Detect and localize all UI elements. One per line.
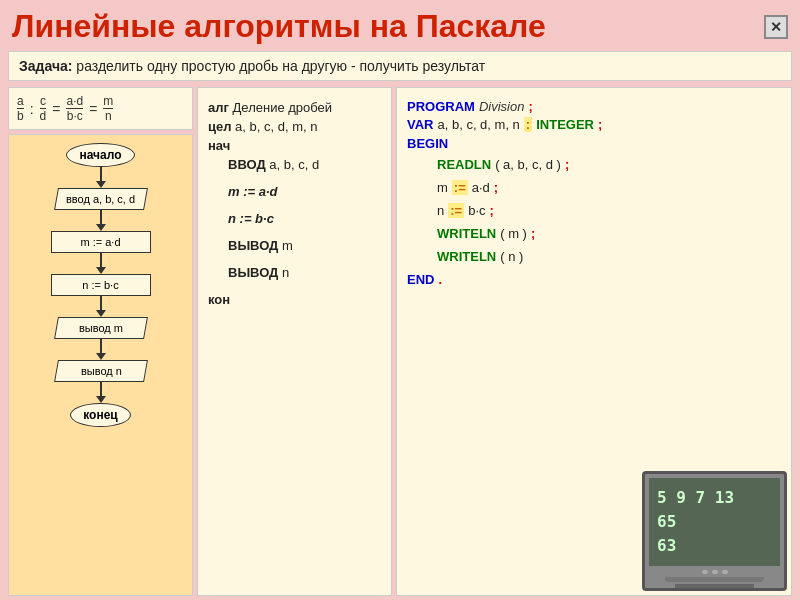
pascal-program-kw: PROGRAM bbox=[407, 99, 475, 114]
pascal-var-list: a, b, c, d, m, n bbox=[437, 117, 519, 132]
flow-arrow-3 bbox=[100, 253, 102, 267]
pascal-writeln-m-args: ( m ) bbox=[500, 226, 527, 241]
monitor-line-3: 63 bbox=[657, 534, 772, 558]
pascal-readln-semi: ; bbox=[565, 157, 569, 172]
frac-c-den: d bbox=[40, 109, 47, 123]
alg-assign-n-text: n := b·c bbox=[228, 211, 274, 226]
header: Линейные алгоритмы на Паскале ✕ bbox=[0, 0, 800, 49]
task-bar: Задача: разделить одну простую дробь на … bbox=[8, 51, 792, 81]
pascal-begin-kw: BEGIN bbox=[407, 136, 448, 151]
pascal-var-line: VAR a, b, c, d, m, n : INTEGER ; bbox=[407, 117, 781, 132]
pascal-readln-line: READLN ( a, b, c, d ) ; bbox=[437, 157, 781, 172]
pascal-m-var: m bbox=[437, 180, 448, 195]
flow-arrowhead-4 bbox=[96, 310, 106, 317]
monitor-line-2: 65 bbox=[657, 510, 772, 534]
pascal-writeln-m-kw: WRITELN bbox=[437, 226, 496, 241]
flow-node-n: n := b·c bbox=[51, 274, 151, 296]
flow-oval-start: начало bbox=[66, 143, 134, 167]
frac-m-num: m bbox=[103, 94, 113, 108]
flow-node-output-m: вывод m bbox=[56, 317, 146, 339]
flow-arrow-5 bbox=[100, 339, 102, 353]
flow-arrow-1 bbox=[100, 167, 102, 181]
alg-assign-m-text: m := a·d bbox=[228, 184, 278, 199]
dot-3 bbox=[722, 570, 728, 574]
alg-begin: нач bbox=[208, 138, 381, 153]
flow-para-input: ввод a, b, c, d bbox=[54, 188, 148, 210]
alg-begin-kw: нач bbox=[208, 138, 230, 153]
flowchart: начало ввод a, b, c, d m := a·d bbox=[8, 134, 193, 596]
monitor-dots bbox=[645, 568, 784, 577]
monitor-screen: 5 9 7 13 65 63 bbox=[649, 478, 780, 566]
flow-node-end: конец bbox=[70, 403, 130, 427]
frac-bc-den: b·c bbox=[67, 109, 83, 123]
flow-arrowhead-3 bbox=[96, 267, 106, 274]
alg-header: алг Деление дробей bbox=[208, 100, 381, 115]
frac-a-den: b bbox=[17, 109, 24, 123]
flow-rect-m: m := a·d bbox=[51, 231, 151, 253]
pascal-colon: : bbox=[524, 117, 532, 132]
flow-node-output-n: вывод n bbox=[56, 360, 146, 382]
pascal-integer-kw: INTEGER bbox=[536, 117, 594, 132]
pascal-writeln-n-line: WRITELN ( n ) bbox=[437, 249, 781, 264]
frac-ad-num: a·d bbox=[66, 94, 83, 108]
alg-output-n: ВЫВОД n bbox=[228, 265, 381, 280]
alg-output-m-kw: ВЫВОД bbox=[228, 238, 278, 253]
alg-output-n-kw: ВЫВОД bbox=[228, 265, 278, 280]
flow-arrowhead-2 bbox=[96, 224, 106, 231]
flow-arrowhead-5 bbox=[96, 353, 106, 360]
alg-var-list: a, b, c, d, m, n bbox=[235, 119, 317, 134]
flow-node-m: m := a·d bbox=[51, 231, 151, 253]
pascal-begin-line: BEGIN bbox=[407, 136, 781, 151]
fraction-display: a b : c d = a·d b·c bbox=[17, 94, 184, 123]
monitor: 5 9 7 13 65 63 bbox=[642, 471, 787, 591]
frac-n-den: n bbox=[105, 109, 112, 123]
monitor-line-1: 5 9 7 13 bbox=[657, 486, 772, 510]
alg-name: Деление дробей bbox=[233, 100, 333, 115]
page-wrapper: Линейные алгоритмы на Паскале ✕ Задача: … bbox=[0, 0, 800, 600]
pascal-dot: . bbox=[438, 272, 442, 287]
flow-para-output-m: вывод m bbox=[54, 317, 148, 339]
flow-arrowhead-1 bbox=[96, 181, 106, 188]
left-panel: a b : c d = a·d b·c bbox=[8, 87, 193, 596]
alg-end: кон bbox=[208, 292, 381, 307]
close-button[interactable]: ✕ bbox=[764, 15, 788, 39]
pascal-writeln-m-semi: ; bbox=[531, 226, 535, 241]
pascal-n-semi: ; bbox=[490, 203, 494, 218]
flow-arrowhead-6 bbox=[96, 396, 106, 403]
flow-oval-end: конец bbox=[70, 403, 130, 427]
frac-c-num: c bbox=[40, 94, 46, 108]
alg-var: цел a, b, c, d, m, n bbox=[208, 119, 381, 134]
pascal-program-name: Division bbox=[479, 99, 525, 114]
alg-output-n-var: n bbox=[282, 265, 289, 280]
flow-arrow-6 bbox=[100, 382, 102, 396]
pascal-writeln-n-args: ( n ) bbox=[500, 249, 523, 264]
pascal-n-val: b·c bbox=[468, 203, 485, 218]
alg-kw: алг bbox=[208, 100, 229, 115]
dot-2 bbox=[712, 570, 718, 574]
pascal-m-semi: ; bbox=[494, 180, 498, 195]
pascal-program-line: PROGRAM Division ; bbox=[407, 99, 781, 114]
flow-node-start: начало bbox=[66, 143, 134, 167]
pascal-n-var: n bbox=[437, 203, 444, 218]
alg-output-m: ВЫВОД m bbox=[228, 238, 381, 253]
task-label: Задача: bbox=[19, 58, 72, 74]
pascal-end-kw: END bbox=[407, 272, 434, 287]
pascal-writeln-m-line: WRITELN ( m ) ; bbox=[437, 226, 781, 241]
flow-arrow-4 bbox=[100, 296, 102, 310]
alg-assign-n: n := b·c bbox=[228, 211, 381, 226]
pascal-prog-semi: ; bbox=[528, 99, 532, 114]
page-title: Линейные алгоритмы на Паскале bbox=[12, 8, 546, 45]
monitor-base bbox=[665, 577, 764, 582]
pascal-writeln-n-kw: WRITELN bbox=[437, 249, 496, 264]
alg-end-kw: кон bbox=[208, 292, 230, 307]
equals-sign-2: = bbox=[89, 101, 97, 117]
pascal-var-semi: ; bbox=[598, 117, 602, 132]
divides-sign: : bbox=[30, 101, 34, 117]
alg-assign-m: m := a·d bbox=[228, 184, 381, 199]
equals-sign-1: = bbox=[52, 101, 60, 117]
flow-arrow-2 bbox=[100, 210, 102, 224]
flow-rect-n: n := b·c bbox=[51, 274, 151, 296]
flow-node-input: ввод a, b, c, d bbox=[56, 188, 146, 210]
frac-a-num: a bbox=[17, 94, 24, 108]
pascal-assign-n-line: n := b·c ; bbox=[437, 203, 781, 218]
